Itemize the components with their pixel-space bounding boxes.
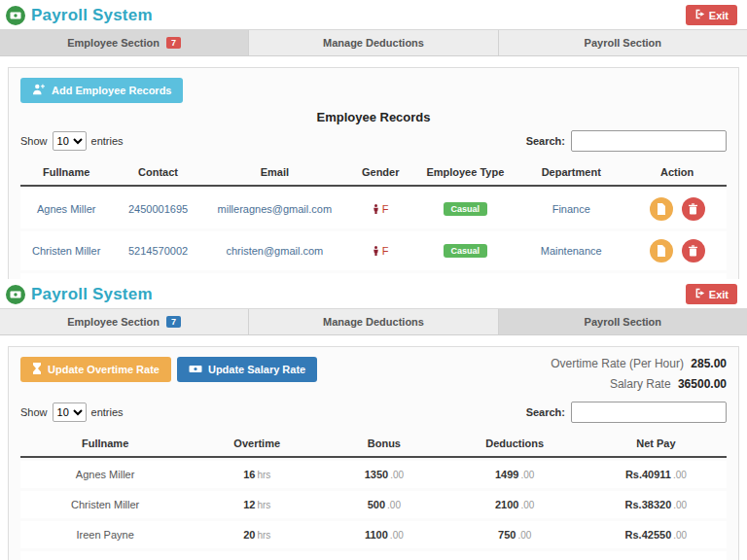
add-employee-records-button[interactable]: Add Employee Records: [20, 78, 183, 103]
search-label: Search:: [526, 135, 565, 147]
exit-button[interactable]: Exit: [686, 5, 737, 25]
edit-button[interactable]: [650, 239, 673, 262]
money-logo-icon: [6, 285, 25, 304]
update-salary-rate-button[interactable]: Update Salary Rate: [177, 357, 317, 382]
show-entries-control: Show 10 entries: [20, 131, 124, 151]
tab-employee-section[interactable]: Employee Section 7: [0, 309, 249, 334]
cell-overtime: 20hrs: [190, 521, 324, 548]
table-header-row: Fullname Contact Email Gender Employee T…: [20, 160, 727, 187]
delete-button[interactable]: [682, 197, 705, 221]
page-title: Payroll System: [31, 285, 153, 304]
cell-net-pay: Rs.42550.00: [586, 521, 727, 548]
cell-deductions: 750.00: [445, 521, 586, 548]
cell-bonus: 1500.00: [324, 551, 444, 560]
cell-contact: 5214570002: [112, 231, 203, 270]
payroll-toolbar: Update Overtime Rate Update Salary Rate …: [20, 357, 727, 398]
trash-icon: [688, 245, 698, 257]
tab-label: Employee Section: [67, 37, 160, 49]
payroll-table: Fullname Overtime Bonus Deductions Net P…: [20, 429, 727, 560]
overtime-rate-line: Overtime Rate (Per Hour) 285.00: [551, 357, 727, 370]
cell-overtime: 12hrs: [190, 491, 324, 518]
sign-out-icon: [694, 9, 705, 21]
cell-deductions: 2100.00: [445, 491, 586, 518]
salary-rate-line: Salary Rate 36500.00: [551, 377, 727, 391]
table-controls: Show 10 entries Search:: [20, 130, 727, 152]
cell-net-pay: Rs.38320.00: [586, 491, 727, 518]
cell-gender: F: [345, 231, 416, 270]
tab-manage-deductions[interactable]: Manage Deductions: [249, 30, 498, 55]
salary-rate-value: 36500.00: [678, 377, 727, 391]
table-row: Agnes Miller 16hrs 1350.00 1499.00 Rs.40…: [20, 461, 727, 488]
cell-action: [627, 231, 727, 270]
person-icon: [373, 204, 379, 214]
cell-bonus: 1100.00: [324, 521, 444, 548]
tab-manage-deductions[interactable]: Manage Deductions: [249, 309, 498, 334]
table-row: Christen Miller 5214570002 christen@gmai…: [20, 231, 727, 270]
money-logo-icon: [6, 6, 25, 25]
cell-bonus: 500.00: [324, 491, 444, 518]
cell-net-pay: Rs.34710.00: [586, 551, 727, 560]
table-row: Christen Miller 12hrs 500.00 2100.00 Rs.…: [20, 491, 727, 518]
table-controls: Show 10 entries Search:: [20, 402, 727, 423]
employee-section-screen: Payroll System Exit Employee Section 7 M…: [0, 0, 747, 279]
cell-employee-type: Casual: [416, 231, 516, 270]
col-email: Email: [204, 160, 345, 187]
update-overtime-label: Update Overtime Rate: [48, 364, 160, 375]
table-header-row: Fullname Overtime Bonus Deductions Net P…: [20, 432, 727, 458]
status-badge: Casual: [444, 202, 488, 216]
col-net-pay: Net Pay: [586, 432, 727, 458]
tab-bar: Employee Section 7 Manage Deductions Pay…: [0, 29, 747, 56]
update-salary-label: Update Salary Rate: [208, 364, 305, 375]
employee-table: Fullname Contact Email Gender Employee T…: [20, 158, 727, 279]
payroll-panel: Update Overtime Rate Update Salary Rate …: [8, 346, 739, 560]
table-row: Agnes Miller 2450001695 milleragnes@gmai…: [20, 190, 727, 228]
table-row: Nancy Simpson 6hrs 1500.00 5000.00 Rs.34…: [20, 551, 727, 560]
tab-label: Employee Section: [67, 316, 160, 328]
tab-label: Manage Deductions: [323, 37, 424, 49]
show-label: Show: [20, 406, 48, 418]
tab-employee-section[interactable]: Employee Section 7: [0, 30, 249, 55]
document-icon: [657, 245, 666, 257]
employee-records-title: Employee Records: [20, 110, 727, 124]
person-icon: [373, 246, 379, 256]
col-fullname: Fullname: [20, 432, 190, 458]
cell-overtime: 16hrs: [190, 461, 324, 488]
search-label: Search:: [526, 406, 565, 418]
status-badge: Casual: [444, 244, 488, 258]
search-input[interactable]: [571, 402, 727, 423]
delete-button[interactable]: [682, 239, 705, 262]
tab-label: Payroll Section: [585, 37, 661, 49]
page-title: Payroll System: [31, 6, 153, 25]
app-header: Payroll System Exit: [0, 279, 747, 308]
exit-label: Exit: [709, 10, 729, 21]
cell-fullname: Ireen Payne: [20, 521, 190, 548]
tab-payroll-section[interactable]: Payroll Section: [499, 309, 747, 334]
entries-select[interactable]: 10: [53, 131, 87, 151]
employee-count-badge: 7: [166, 37, 181, 49]
cell-fullname: Agnes Miller: [20, 461, 190, 488]
cell-fullname: Christen Miller: [20, 231, 112, 270]
edit-button[interactable]: [650, 197, 673, 221]
tab-payroll-section[interactable]: Payroll Section: [499, 30, 747, 55]
cell-deductions: 1499.00: [445, 461, 586, 488]
col-gender: Gender: [345, 160, 416, 187]
entries-select[interactable]: 10: [53, 402, 87, 422]
rates-summary: Overtime Rate (Per Hour) 285.00 Salary R…: [551, 357, 727, 398]
tab-bar: Employee Section 7 Manage Deductions Pay…: [0, 308, 747, 335]
update-overtime-rate-button[interactable]: Update Overtime Rate: [20, 357, 171, 382]
employee-count-badge: 7: [166, 316, 181, 328]
search-input[interactable]: [571, 130, 727, 152]
cell-deductions: 5000.00: [445, 551, 586, 560]
cell-bonus: 1350.00: [324, 461, 444, 488]
add-user-icon: [32, 84, 46, 97]
cell-fullname: Agnes Miller: [20, 190, 112, 228]
table-row: Ireen Payne 20hrs 1100.00 750.00 Rs.4255…: [20, 521, 727, 548]
exit-button[interactable]: Exit: [686, 284, 737, 304]
cell-overtime: 6hrs: [190, 551, 324, 560]
trash-icon: [688, 203, 698, 215]
cell-employee-type: Casual: [416, 190, 516, 228]
entries-label: entries: [91, 135, 124, 147]
payroll-section-screen: Payroll System Exit Employee Section 7 M…: [0, 279, 747, 560]
cell-gender: F: [345, 190, 416, 228]
cell-contact: 2450001695: [112, 190, 203, 228]
